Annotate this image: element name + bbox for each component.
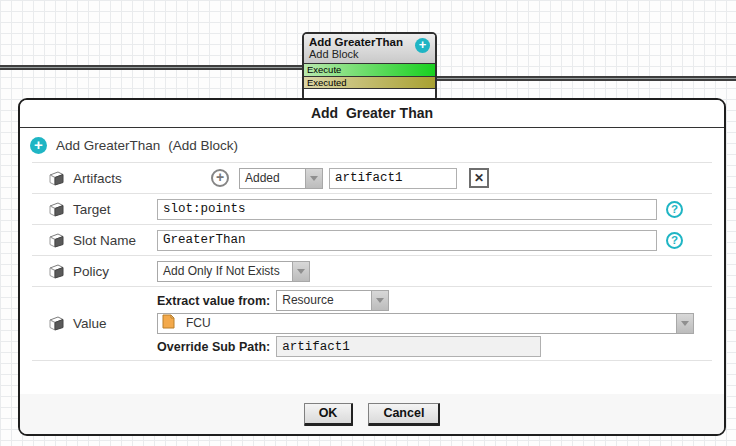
policy-row: Policy Add Only If Not Exists <box>32 255 712 286</box>
slot-name-row: Slot Name ? <box>32 224 712 255</box>
artifact-mode-dropdown[interactable]: Added <box>239 168 323 189</box>
chevron-down-icon <box>681 321 689 326</box>
help-icon[interactable]: ? <box>666 232 683 249</box>
add-icon[interactable]: + <box>415 38 430 53</box>
dialog-footer: OK Cancel <box>20 394 724 434</box>
artifact-mode-value: Added <box>240 169 305 188</box>
value-label: Value <box>73 316 157 331</box>
block-header-label: Add GreaterThan <box>56 138 160 153</box>
node-pin-execute[interactable]: Execute <box>304 63 435 76</box>
cube-icon <box>48 263 65 280</box>
chevron-down-icon <box>310 176 318 181</box>
cube-icon <box>48 232 65 249</box>
resource-dropdown[interactable]: FCU <box>157 313 694 334</box>
resource-value: FCU <box>181 314 676 333</box>
slot-name-label: Slot Name <box>73 233 157 248</box>
block-header-sublabel: (Add Block) <box>168 138 238 153</box>
dialog-title: Add Greater Than <box>20 100 724 128</box>
target-label: Target <box>73 202 157 217</box>
add-greater-than-dialog: Add Greater Than + Add GreaterThan (Add … <box>18 98 726 436</box>
artifacts-label: Artifacts <box>73 171 157 186</box>
add-block-icon: + <box>30 137 47 154</box>
dropdown-button[interactable] <box>371 291 388 310</box>
add-artifact-button[interactable]: + <box>211 169 229 187</box>
artifact-name-input[interactable] <box>329 168 457 189</box>
dropdown-button[interactable] <box>292 262 309 281</box>
override-sub-path-input[interactable] <box>276 336 541 357</box>
execute-wire-left <box>0 65 303 70</box>
chevron-down-icon <box>297 269 305 274</box>
target-input[interactable] <box>157 199 657 220</box>
remove-artifact-button[interactable]: ✕ <box>469 168 489 188</box>
node-subtitle: Add Block <box>309 48 413 60</box>
dropdown-button[interactable] <box>305 169 322 188</box>
add-greaterthan-node[interactable]: Add GreaterThan Add Block + Execute Exec… <box>302 32 437 102</box>
cube-icon <box>48 170 65 187</box>
rows-end-divider <box>32 360 712 361</box>
extract-source-value: Resource <box>277 291 371 310</box>
slot-name-input[interactable] <box>157 230 657 251</box>
policy-dropdown[interactable]: Add Only If Not Exists <box>157 261 310 282</box>
node-title: Add GreaterThan <box>309 36 413 48</box>
policy-label: Policy <box>73 264 157 279</box>
artifacts-row: Artifacts + Added ✕ <box>32 162 712 193</box>
resource-icon <box>162 314 175 329</box>
target-row: Target ? <box>32 193 712 224</box>
node-header[interactable]: Add GreaterThan Add Block + <box>304 34 435 63</box>
value-row: Value Extract value from: Resource <box>32 286 712 360</box>
extract-value-label: Extract value from: <box>157 294 270 308</box>
node-pin-executed[interactable]: Executed <box>304 76 435 88</box>
override-sub-path-label: Override Sub Path: <box>157 340 270 354</box>
block-header-row: + Add GreaterThan (Add Block) <box>20 128 724 162</box>
policy-value: Add Only If Not Exists <box>158 262 292 281</box>
help-icon[interactable]: ? <box>666 201 683 218</box>
ok-button[interactable]: OK <box>304 403 354 426</box>
cube-icon <box>48 315 65 332</box>
chevron-down-icon <box>376 298 384 303</box>
editor-canvas: { "node": { "title": "Add GreaterThan", … <box>0 0 736 446</box>
extract-source-dropdown[interactable]: Resource <box>276 290 389 311</box>
dropdown-button[interactable] <box>676 314 693 333</box>
cancel-button[interactable]: Cancel <box>368 403 440 426</box>
executed-wire-right <box>432 76 736 81</box>
cube-icon <box>48 201 65 218</box>
